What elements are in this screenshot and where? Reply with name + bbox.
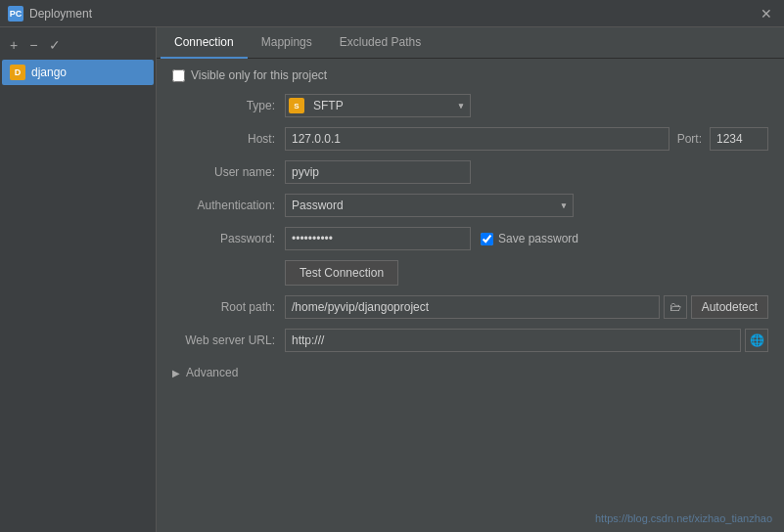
host-label: Host: <box>172 132 285 146</box>
tab-excluded-paths[interactable]: Excluded Paths <box>326 27 435 59</box>
folder-browse-button[interactable]: 🗁 <box>664 295 687 319</box>
save-password-label: Save password <box>498 232 578 245</box>
type-select-wrapper: S SFTP ▼ <box>285 94 471 117</box>
advanced-section[interactable]: ▶ Advanced <box>172 362 768 383</box>
password-input[interactable] <box>285 227 471 250</box>
advanced-label: Advanced <box>186 366 238 379</box>
autodetect-button[interactable]: Autodetect <box>691 295 768 319</box>
sidebar-item-label: django <box>31 66 67 79</box>
tab-mappings[interactable]: Mappings <box>248 27 326 59</box>
close-button[interactable]: ✕ <box>757 6 776 22</box>
host-row: Host: Port: <box>172 127 768 151</box>
username-input[interactable] <box>285 160 471 184</box>
server-icon: D <box>10 65 25 80</box>
app-icon: PC <box>8 6 23 22</box>
authentication-row: Authentication: Password ▼ <box>172 194 768 217</box>
content-area: Connection Mappings Excluded Paths Visib… <box>157 27 784 532</box>
host-input[interactable] <box>285 127 669 151</box>
type-row: Type: S SFTP ▼ <box>172 94 768 117</box>
password-label: Password: <box>172 232 285 245</box>
root-path-input[interactable] <box>285 295 660 319</box>
confirm-button[interactable]: ✓ <box>45 35 65 55</box>
save-password-checkbox[interactable] <box>481 233 493 245</box>
test-connection-row: Test Connection <box>172 260 768 286</box>
advanced-toggle-arrow: ▶ <box>172 368 180 378</box>
form-area: Visible only for this project Type: S SF… <box>157 59 784 532</box>
sidebar-item-django[interactable]: D django <box>2 60 154 85</box>
sidebar-toolbar: + − ✓ <box>0 31 156 59</box>
username-label: User name: <box>172 165 285 179</box>
remove-server-button[interactable]: − <box>25 35 41 55</box>
root-path-group: 🗁 Autodetect <box>285 295 768 319</box>
test-connection-spacer <box>172 260 285 286</box>
authentication-label: Authentication: <box>172 199 285 212</box>
type-label: Type: <box>172 99 285 112</box>
sftp-icon: S <box>289 98 304 113</box>
sidebar: + − ✓ D django <box>0 27 157 532</box>
tab-connection[interactable]: Connection <box>161 27 248 59</box>
globe-button[interactable]: 🌐 <box>745 329 768 352</box>
authentication-select-wrapper: Password ▼ <box>285 194 574 217</box>
root-path-row: Root path: 🗁 Autodetect <box>172 295 768 319</box>
window-title: Deployment <box>29 7 757 21</box>
add-server-button[interactable]: + <box>6 35 22 55</box>
port-input[interactable] <box>710 127 768 151</box>
username-row: User name: <box>172 160 768 184</box>
password-row: Password: Save password <box>172 227 768 250</box>
port-label: Port: <box>677 132 702 146</box>
web-server-url-label: Web server URL: <box>172 333 285 347</box>
visible-only-checkbox[interactable] <box>172 69 185 82</box>
main-container: + − ✓ D django Connection Mappings Exclu… <box>0 27 784 532</box>
save-password-check: Save password <box>481 232 578 245</box>
web-server-url-input[interactable] <box>285 329 741 352</box>
web-url-group: 🌐 <box>285 329 768 352</box>
tabs-bar: Connection Mappings Excluded Paths <box>157 27 784 59</box>
footer-watermark: https://blog.csdn.net/xizhao_tianzhao <box>595 512 772 524</box>
password-group: Save password <box>285 227 578 250</box>
title-bar: PC Deployment ✕ <box>0 0 784 27</box>
root-path-label: Root path: <box>172 300 285 314</box>
host-port-group: Port: <box>285 127 768 151</box>
type-select[interactable]: SFTP <box>285 94 471 117</box>
web-server-url-row: Web server URL: 🌐 <box>172 329 768 352</box>
authentication-select[interactable]: Password <box>285 194 574 217</box>
visible-only-row: Visible only for this project <box>172 68 768 82</box>
test-connection-button[interactable]: Test Connection <box>285 260 398 286</box>
visible-only-label: Visible only for this project <box>191 68 327 82</box>
